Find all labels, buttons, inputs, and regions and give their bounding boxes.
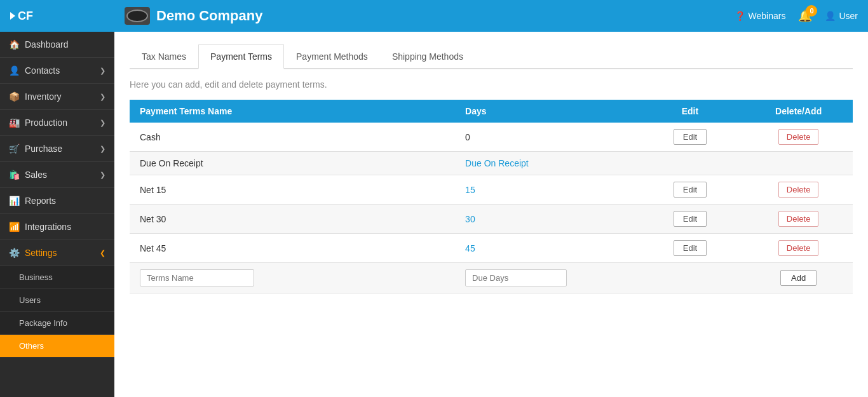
row-delete-cell: Delete	[744, 175, 853, 205]
col-header-edit: Edit	[636, 100, 745, 123]
table-row: Cash 0 Edit Delete	[130, 123, 853, 152]
page-description: Here you can add, edit and delete paymen…	[130, 79, 853, 90]
row-days: 15	[455, 175, 636, 205]
sidebar-item-label: Integrations	[25, 222, 71, 232]
sidebar-item-inventory[interactable]: 📦 Inventory ❯	[0, 84, 114, 110]
company-logo	[125, 7, 150, 25]
company-area: Demo Company	[125, 7, 735, 25]
sidebar-item-label: Inventory	[25, 91, 62, 102]
sidebar-item-label: Sales	[25, 170, 47, 180]
due-days-input[interactable]	[465, 269, 567, 286]
delete-button[interactable]: Delete	[778, 182, 819, 198]
chevron-right-icon: ❯	[100, 119, 105, 127]
sidebar-sub-item-others[interactable]: Others	[0, 335, 114, 358]
user-icon: 👤	[825, 11, 836, 21]
row-delete-cell: Delete	[744, 234, 853, 263]
table-add-row: Add	[130, 263, 853, 293]
sidebar-item-purchase[interactable]: 🛒 Purchase ❯	[0, 136, 114, 162]
sidebar-item-label: Dashboard	[25, 39, 69, 50]
edit-button[interactable]: Edit	[674, 240, 707, 256]
header-right: ❓ Webinars 🔔 0 👤 User	[735, 9, 858, 23]
row-edit-cell: Edit	[636, 175, 745, 205]
help-icon: ❓	[735, 11, 745, 21]
notification-button[interactable]: 🔔 0	[798, 9, 812, 23]
row-days: 30	[455, 205, 636, 234]
sidebar-item-sales[interactable]: 🛍️ Sales ❯	[0, 162, 114, 188]
tab-payment-methods[interactable]: Payment Methods	[284, 44, 380, 69]
company-logo-oval	[126, 10, 148, 22]
sales-icon: 🛍️	[9, 170, 20, 180]
sidebar-item-contacts[interactable]: 👤 Contacts ❯	[0, 58, 114, 84]
payment-terms-table: Payment Terms Name Days Edit Delete/Add …	[130, 100, 853, 293]
sidebar-sub-item-business[interactable]: Business	[0, 266, 114, 289]
chevron-right-icon: ❯	[100, 67, 105, 75]
sidebar-item-integrations[interactable]: 📶 Integrations	[0, 214, 114, 240]
chevron-right-icon: ❯	[100, 171, 105, 179]
table-row: Net 45 45 Edit Delete	[130, 234, 853, 263]
integrations-icon: 📶	[9, 222, 20, 232]
edit-button[interactable]: Edit	[674, 211, 707, 227]
user-button[interactable]: 👤 User	[825, 11, 858, 21]
sidebar-item-settings[interactable]: ⚙️ Settings ❮	[0, 240, 114, 266]
sidebar-item-label: Contacts	[25, 65, 60, 76]
sidebar-item-purchase-left: 🛒 Purchase	[9, 144, 62, 154]
add-row-name-cell	[130, 263, 455, 293]
settings-icon: ⚙️	[9, 248, 20, 258]
sidebar-item-production-left: 🏭 Production	[9, 118, 67, 128]
tab-label: Payment Terms	[210, 51, 272, 62]
purchase-icon: 🛒	[9, 144, 20, 154]
tab-label: Payment Methods	[296, 51, 368, 62]
add-row-edit-cell	[636, 263, 745, 293]
logo-area: CF	[10, 10, 125, 23]
sidebar-sub-item-users[interactable]: Users	[0, 289, 114, 312]
sub-item-label: Package Info	[19, 318, 67, 328]
production-icon: 🏭	[9, 118, 20, 128]
row-name: Due On Receipt	[130, 152, 455, 175]
company-name: Demo Company	[156, 8, 262, 24]
tab-payment-terms[interactable]: Payment Terms	[198, 44, 284, 69]
tabs-container: Tax Names Payment Terms Payment Methods …	[130, 44, 853, 69]
tab-label: Shipping Methods	[392, 51, 463, 62]
top-header: CF Demo Company ❓ Webinars 🔔 0 👤 User	[0, 0, 868, 32]
webinars-button[interactable]: ❓ Webinars	[735, 11, 786, 21]
add-button[interactable]: Add	[780, 270, 817, 286]
chevron-right-icon: ❯	[100, 145, 105, 153]
table-row: Net 30 30 Edit Delete	[130, 205, 853, 234]
logo-triangle	[10, 12, 15, 20]
terms-name-input[interactable]	[140, 269, 254, 286]
inventory-icon: 📦	[9, 91, 20, 102]
sidebar-item-label: Reports	[25, 196, 56, 206]
user-label: User	[839, 11, 858, 21]
sidebar-item-reports[interactable]: 📊 Reports	[0, 188, 114, 214]
delete-button[interactable]: Delete	[778, 240, 819, 256]
row-name: Net 15	[130, 175, 455, 205]
row-days: Due On Receipt	[455, 152, 636, 175]
sidebar-item-sales-left: 🛍️ Sales	[9, 170, 47, 180]
add-row-days-cell	[455, 263, 636, 293]
contacts-icon: 👤	[9, 65, 20, 76]
sidebar-item-dashboard[interactable]: 🏠 Dashboard	[0, 32, 114, 58]
tab-tax-names[interactable]: Tax Names	[130, 44, 198, 69]
tab-shipping-methods[interactable]: Shipping Methods	[380, 44, 475, 69]
sidebar-sub-item-package-info[interactable]: Package Info	[0, 312, 114, 335]
chevron-right-icon: ❯	[100, 93, 105, 101]
row-days: 45	[455, 234, 636, 263]
row-days: 0	[455, 123, 636, 152]
row-name: Cash	[130, 123, 455, 152]
sidebar: 🏠 Dashboard 👤 Contacts ❯ 📦 Inventory ❯ 🏭	[0, 32, 114, 397]
delete-button[interactable]: Delete	[778, 211, 819, 227]
edit-button[interactable]: Edit	[674, 182, 707, 198]
logo-cf: CF	[10, 10, 33, 23]
row-name: Net 45	[130, 234, 455, 263]
row-delete-cell: Delete	[744, 123, 853, 152]
row-edit-cell: Edit	[636, 205, 745, 234]
sidebar-item-production[interactable]: 🏭 Production ❯	[0, 110, 114, 136]
sidebar-item-label: Purchase	[25, 144, 62, 154]
webinars-label: Webinars	[749, 11, 786, 21]
notification-badge: 0	[806, 5, 817, 17]
sub-item-label: Users	[19, 295, 41, 305]
edit-button[interactable]: Edit	[674, 129, 707, 145]
main-layout: 🏠 Dashboard 👤 Contacts ❯ 📦 Inventory ❯ 🏭	[0, 32, 868, 397]
delete-button[interactable]: Delete	[778, 129, 819, 145]
table-row: Due On Receipt Due On Receipt	[130, 152, 853, 175]
